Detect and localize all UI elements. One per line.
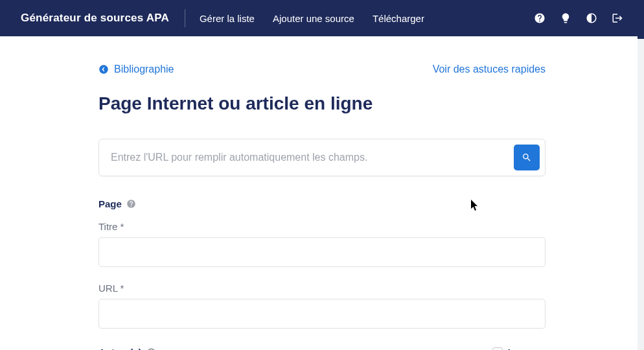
- main-content: Bibliographie Voir des astuces rapides P…: [98, 36, 546, 350]
- search-button[interactable]: [514, 145, 540, 170]
- unknown-checkbox-label: Inconnu: [508, 347, 546, 350]
- navbar-links: Gérer la liste Ajouter une source Téléch…: [200, 13, 424, 24]
- tips-link[interactable]: Voir des astuces rapides: [433, 64, 546, 75]
- help-tooltip-icon[interactable]: [126, 199, 136, 209]
- contrast-icon[interactable]: [586, 12, 597, 24]
- unknown-checkbox-group: Inconnu: [492, 347, 546, 350]
- navbar-icons: [534, 12, 623, 24]
- lightbulb-icon[interactable]: [560, 12, 571, 24]
- authors-section-header: Auteur(s): [98, 347, 156, 350]
- help-tooltip-icon[interactable]: [146, 347, 156, 350]
- navbar: Générateur de sources APA Gérer la liste…: [0, 0, 644, 36]
- search-icon: [522, 152, 532, 163]
- navbar-divider: [185, 9, 185, 27]
- search-box: [98, 139, 546, 176]
- top-row: Bibliographie Voir des astuces rapides: [98, 64, 546, 75]
- arrow-left-circle-icon: [98, 64, 109, 75]
- authors-section-label: Auteur(s): [98, 347, 142, 350]
- page-section-header: Page: [98, 198, 546, 209]
- app-brand: Générateur de sources APA: [21, 12, 169, 25]
- title-field-label: Titre *: [98, 221, 546, 232]
- url-field-label: URL *: [98, 283, 546, 294]
- title-input[interactable]: [98, 237, 546, 267]
- nav-download[interactable]: Télécharger: [373, 13, 424, 24]
- logout-icon[interactable]: [612, 12, 623, 24]
- back-link[interactable]: Bibliographie: [98, 64, 174, 75]
- page-section-label: Page: [98, 198, 122, 209]
- scrollbar-track[interactable]: [638, 0, 644, 350]
- scrollbar-thumb[interactable]: [638, 0, 644, 39]
- back-link-label: Bibliographie: [114, 64, 174, 75]
- url-autofill-input[interactable]: [111, 152, 514, 163]
- url-input[interactable]: [98, 299, 546, 329]
- authors-row: Auteur(s) Inconnu: [98, 347, 546, 350]
- nav-manage-list[interactable]: Gérer la liste: [200, 13, 255, 24]
- help-icon[interactable]: [534, 12, 546, 24]
- unknown-author-checkbox[interactable]: [492, 347, 503, 351]
- page-title: Page Internet ou article en ligne: [98, 93, 546, 114]
- nav-add-source[interactable]: Ajouter une source: [273, 13, 354, 24]
